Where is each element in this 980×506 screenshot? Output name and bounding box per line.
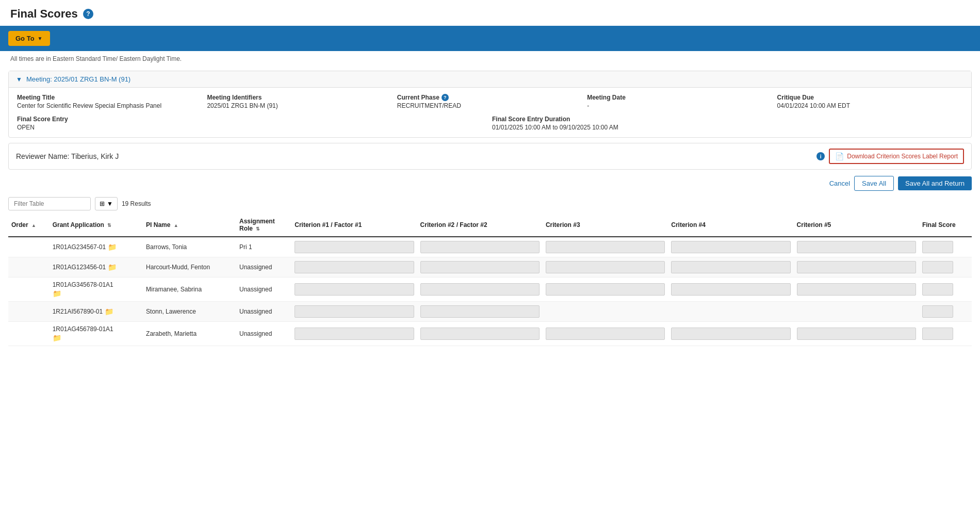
input-criterion2-row0[interactable] bbox=[420, 241, 540, 253]
meeting-critique-block: Critique Due 04/01/2024 10:00 AM EDT bbox=[777, 94, 963, 109]
input-criterion3-row2[interactable] bbox=[546, 283, 665, 296]
input-criterion1-row1[interactable] bbox=[295, 261, 414, 273]
input-criterion3-row0[interactable] bbox=[546, 241, 665, 253]
cell-final-score bbox=[919, 278, 972, 302]
input-final-score-row2[interactable] bbox=[922, 283, 953, 296]
cell-assignment-role: Unassigned bbox=[236, 302, 291, 322]
pi-sort-icon[interactable]: ▲ bbox=[174, 223, 178, 228]
score-duration-block: Final Score Entry Duration 01/01/2025 10… bbox=[492, 116, 963, 131]
meeting-title-label: Meeting Title bbox=[17, 94, 203, 101]
input-criterion4-row2[interactable] bbox=[671, 283, 790, 296]
cell-order bbox=[8, 278, 50, 302]
phase-help-icon[interactable]: ? bbox=[442, 94, 449, 101]
cell-assignment-role: Unassigned bbox=[236, 278, 291, 302]
goto-arrow-icon: ▼ bbox=[38, 36, 43, 41]
input-criterion3-row4[interactable] bbox=[546, 328, 665, 340]
cell-pi-name: Miramanee, Sabrina bbox=[143, 278, 236, 302]
meeting-details-row2: Final Score Entry OPEN Final Score Entry… bbox=[9, 116, 971, 137]
cell-criterion5 bbox=[794, 237, 919, 257]
input-criterion1-row3[interactable] bbox=[295, 305, 414, 318]
grant-number: 1R01AG345678-01A1 bbox=[53, 281, 140, 288]
table-row: 1R01AG123456-01📁Harcourt-Mudd, FentonUna… bbox=[8, 257, 972, 278]
input-final-score-row3[interactable] bbox=[922, 305, 953, 318]
grant-folder-icon[interactable]: 📁 bbox=[105, 307, 113, 316]
cell-criterion3 bbox=[543, 237, 668, 257]
cancel-button[interactable]: Cancel bbox=[829, 179, 850, 187]
grant-folder-icon[interactable]: 📁 bbox=[53, 334, 140, 342]
cell-criterion5 bbox=[794, 257, 919, 278]
col-pi: PI Name ▲ bbox=[143, 214, 236, 237]
input-criterion2-row1[interactable] bbox=[420, 261, 540, 273]
input-criterion4-row0[interactable] bbox=[671, 241, 790, 253]
save-all-button[interactable]: Save All bbox=[854, 176, 894, 191]
role-sort-icon[interactable]: ⇅ bbox=[256, 226, 260, 232]
col-role: AssignmentRole ⇅ bbox=[236, 214, 291, 237]
meeting-phase-block: Current Phase ? RECRUITMENT/READ bbox=[397, 94, 583, 109]
columns-button[interactable]: ⊞ ▼ bbox=[95, 197, 118, 210]
score-entry-label: Final Score Entry bbox=[17, 116, 488, 123]
meeting-identifiers-label: Meeting Identifiers bbox=[207, 94, 393, 101]
help-icon[interactable]: ? bbox=[83, 9, 93, 19]
order-sort-icon[interactable]: ▲ bbox=[31, 223, 36, 228]
input-criterion1-row2[interactable] bbox=[295, 283, 414, 296]
goto-button[interactable]: Go To ▼ bbox=[8, 31, 50, 46]
meeting-phase-label: Current Phase bbox=[397, 94, 439, 101]
cell-final-score bbox=[919, 257, 972, 278]
cell-criterion5 bbox=[794, 322, 919, 346]
input-criterion5-row2[interactable] bbox=[797, 283, 916, 296]
input-criterion4-row1[interactable] bbox=[671, 261, 790, 273]
scores-table: Order ▲ Grant Application ⇅ PI Name ▲ As… bbox=[8, 214, 972, 346]
cell-grant: 1R01AG123456-01📁 bbox=[50, 257, 143, 278]
input-criterion1-row0[interactable] bbox=[295, 241, 414, 253]
input-criterion5-row4[interactable] bbox=[797, 328, 916, 340]
input-criterion5-row0[interactable] bbox=[797, 241, 916, 253]
input-criterion1-row4[interactable] bbox=[295, 328, 414, 340]
filter-input[interactable] bbox=[8, 197, 91, 210]
cell-criterion4 bbox=[668, 278, 793, 302]
cell-final-score bbox=[919, 302, 972, 322]
cell-pi-name: Stonn, Lawerence bbox=[143, 302, 236, 322]
meeting-header[interactable]: ▼ Meeting: 2025/01 ZRG1 BN-M (91) bbox=[9, 71, 971, 88]
cell-criterion1 bbox=[291, 237, 417, 257]
meeting-chevron-icon: ▼ bbox=[16, 76, 22, 83]
score-entry-block: Final Score Entry OPEN bbox=[17, 116, 488, 131]
meeting-identifiers-value: 2025/01 ZRG1 BN-M (91) bbox=[207, 102, 393, 109]
page-header: Final Scores ? bbox=[0, 0, 980, 26]
input-criterion5-row1[interactable] bbox=[797, 261, 916, 273]
grant-folder-icon[interactable]: 📁 bbox=[108, 263, 117, 271]
download-criterion-button[interactable]: 📄 Download Criterion Scores Label Report bbox=[829, 149, 964, 164]
cell-final-score bbox=[919, 237, 972, 257]
table-row: 1R21AI567890-01📁Stonn, LawerenceUnassign… bbox=[8, 302, 972, 322]
grant-folder-icon[interactable]: 📁 bbox=[53, 289, 140, 298]
cell-criterion4 bbox=[668, 257, 793, 278]
input-final-score-row4[interactable] bbox=[922, 328, 953, 340]
reviewer-name: Reviewer Name: Tiberius, Kirk J bbox=[16, 152, 119, 160]
cell-assignment-role: Unassigned bbox=[236, 257, 291, 278]
grant-number: 1R01AG123456-01 bbox=[53, 264, 106, 271]
input-final-score-row1[interactable] bbox=[922, 261, 953, 273]
table-row: 1R01AG456789-01A1📁Zarabeth, MariettaUnas… bbox=[8, 322, 972, 346]
meeting-identifiers-block: Meeting Identifiers 2025/01 ZRG1 BN-M (9… bbox=[207, 94, 393, 109]
input-criterion2-row2[interactable] bbox=[420, 283, 540, 296]
input-final-score-row0[interactable] bbox=[922, 241, 953, 253]
cell-order bbox=[8, 302, 50, 322]
reviewer-info-icon[interactable]: i bbox=[816, 152, 825, 160]
save-all-return-button[interactable]: Save All and Return bbox=[898, 176, 972, 190]
columns-icon: ⊞ bbox=[100, 200, 105, 207]
input-criterion2-row4[interactable] bbox=[420, 328, 540, 340]
goto-label: Go To bbox=[15, 35, 35, 42]
input-criterion3-row1[interactable] bbox=[546, 261, 665, 273]
grant-folder-icon[interactable]: 📁 bbox=[108, 243, 117, 251]
cell-grant: 1R01AG345678-01A1📁 bbox=[50, 278, 143, 302]
cell-criterion4 bbox=[668, 322, 793, 346]
col-final-score: Final Score bbox=[919, 214, 972, 237]
col-order: Order ▲ bbox=[8, 214, 50, 237]
grant-sort-icon[interactable]: ⇅ bbox=[107, 223, 111, 228]
grant-number: 1R01AG456789-01A1 bbox=[53, 325, 140, 333]
cell-criterion2 bbox=[417, 237, 543, 257]
input-criterion4-row4[interactable] bbox=[671, 328, 790, 340]
input-criterion2-row3[interactable] bbox=[420, 305, 540, 318]
download-criterion-label: Download Criterion Scores Label Report bbox=[847, 153, 958, 160]
meeting-phase-value: RECRUITMENT/READ bbox=[397, 102, 583, 109]
table-container: Order ▲ Grant Application ⇅ PI Name ▲ As… bbox=[8, 214, 972, 346]
